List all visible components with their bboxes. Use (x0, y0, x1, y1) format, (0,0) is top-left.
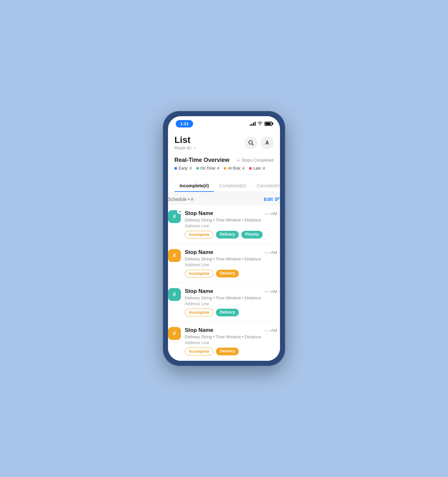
stop-item[interactable]: # Stop Name --:--AM › Delivery String • … (168, 244, 280, 283)
tab-canceled[interactable]: Canceled(#) (252, 180, 280, 192)
stop-name: Stop Name (185, 288, 213, 295)
stop-tags: Incomplete Delivery (185, 348, 280, 355)
edit-button[interactable]: Edit (264, 196, 280, 202)
stop-details: Delivery String • Time Window • Distance (185, 295, 280, 300)
stop-badge: # (168, 249, 181, 262)
stop-time: --:--AM › (264, 250, 280, 255)
stop-name: Stop Name (185, 210, 213, 217)
stops-completed: -/- Stops Completed (236, 158, 274, 163)
overview-title: Real-Time Overview (174, 157, 229, 164)
stop-address: Address Line (185, 301, 280, 306)
stop-time: --:--AM › (264, 289, 280, 294)
overview-section: Real-Time Overview -/- Stops Completed E… (174, 154, 274, 175)
tag-delivery: Delivery (216, 270, 239, 277)
schedule-bar: Schedule • # Edit (168, 192, 280, 205)
header-actions: A (245, 136, 274, 149)
schedule-label: Schedule • # (168, 197, 193, 202)
stop-name: Stop Name (185, 327, 213, 333)
stop-address: Address Line (185, 262, 280, 267)
legend-early: Early: # (174, 166, 192, 171)
tag-incomplete: Incomplete (185, 231, 213, 238)
stop-number: # (173, 292, 176, 297)
stop-name: Stop Name (185, 249, 213, 256)
legend-late: Late: # (249, 166, 265, 171)
avatar-button[interactable]: A (261, 136, 274, 149)
chevron-right-icon: › (278, 289, 280, 294)
overview-header: Real-Time Overview -/- Stops Completed (174, 157, 274, 164)
ontime-dot (196, 167, 199, 170)
tab-completed[interactable]: Completed(#) (214, 180, 252, 192)
tag-delivery: Delivery (216, 309, 239, 316)
wifi-icon (257, 121, 263, 126)
tag-delivery: Delivery (216, 231, 239, 238)
early-dot (174, 167, 177, 170)
status-bar: 1:21 (168, 116, 280, 130)
status-time: 1:21 (176, 120, 193, 127)
phone-frame: 1:21 (163, 111, 285, 366)
header: List Route ID: -- A (174, 130, 274, 154)
stop-badge: # ★ (168, 210, 181, 223)
stop-tags: Incomplete Delivery (185, 309, 280, 316)
tag-incomplete: Incomplete (185, 270, 213, 277)
stops-list: # ★ Stop Name --:--AM › Delivery String … (168, 205, 280, 361)
stop-badge: # (168, 288, 181, 301)
tag-priority: Priority (241, 231, 263, 238)
header-text: List Route ID: -- (174, 135, 196, 151)
early-label: Early: # (179, 166, 192, 171)
stop-time: --:--AM › (264, 328, 280, 333)
stop-tags: Incomplete Delivery Priority (185, 231, 280, 238)
stop-item[interactable]: # ★ Stop Name --:--AM › Delivery String … (168, 205, 280, 244)
ontime-label: On Time: # (201, 166, 219, 171)
legend-atrisk: At Risk: # (224, 166, 244, 171)
stop-badge: # (168, 327, 181, 340)
tab-incomplete[interactable]: Incomplete(#) (174, 180, 214, 192)
late-label: Late: # (253, 166, 265, 171)
stop-number: # (173, 214, 176, 220)
stop-details: Delivery String • Time Window • Distance (185, 218, 280, 222)
stop-item[interactable]: # Stop Name --:--AM › Delivery String • … (168, 283, 280, 322)
signal-icon (250, 121, 256, 126)
stop-item[interactable]: # Stop Name --:--AM › Delivery String • … (168, 322, 280, 361)
overview-legend: Early: # On Time: # At Risk: # Late: # (174, 166, 274, 171)
stop-number: # (173, 331, 176, 336)
legend-ontime: On Time: # (196, 166, 219, 171)
stop-details: Delivery String • Time Window • Distance (185, 334, 280, 339)
atrisk-label: At Risk: # (228, 166, 244, 171)
stop-time: --:--AM › (264, 211, 280, 216)
app-content: List Route ID: -- A (168, 130, 280, 192)
battery-icon (265, 122, 272, 126)
search-button[interactable] (245, 136, 257, 149)
page-title: List (174, 135, 196, 145)
avatar-label: A (265, 140, 269, 146)
stop-tags: Incomplete Delivery (185, 270, 280, 277)
tabs: Incomplete(#) Completed(#) Canceled(#) (174, 180, 274, 192)
chevron-right-icon: › (278, 211, 280, 216)
stop-address: Address Line (185, 223, 280, 228)
star-icon: ★ (177, 209, 182, 214)
filter-icon (275, 198, 280, 201)
tag-incomplete: Incomplete (185, 348, 213, 355)
atrisk-dot (224, 167, 226, 170)
tag-incomplete: Incomplete (185, 309, 213, 316)
late-dot (249, 167, 252, 170)
route-id: Route ID: -- (174, 145, 196, 150)
tag-delivery: Delivery (216, 348, 239, 355)
stop-address: Address Line (185, 340, 280, 345)
chevron-right-icon: › (278, 328, 280, 333)
stop-number: # (173, 253, 176, 258)
status-icons (250, 121, 272, 126)
edit-label: Edit (264, 196, 273, 202)
chevron-right-icon: › (278, 250, 280, 255)
stop-details: Delivery String • Time Window • Distance (185, 257, 280, 261)
phone-screen: 1:21 (168, 116, 280, 361)
